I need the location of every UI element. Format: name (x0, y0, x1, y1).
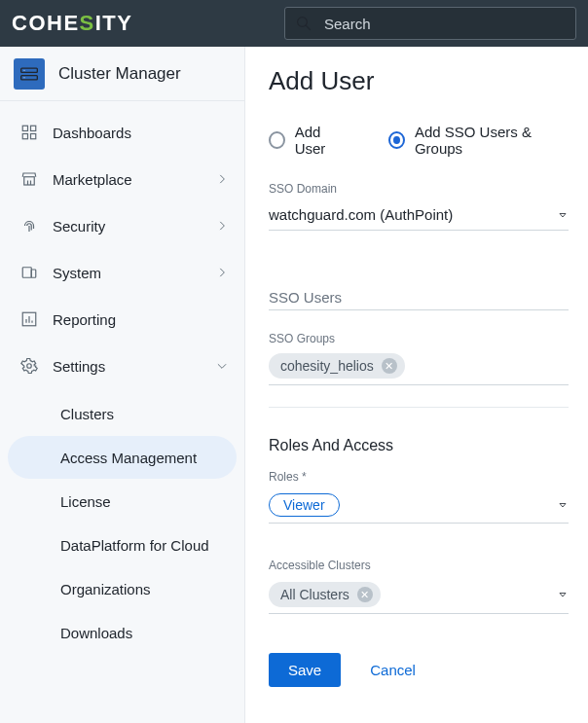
search-input[interactable] (322, 15, 566, 33)
chip-remove-icon[interactable]: ✕ (382, 358, 397, 374)
field-accessible-clusters: Accessible Clusters All Clusters ✕ (269, 559, 569, 614)
select-value: watchguard.com (AuthPoint) (269, 206, 557, 223)
sidebar: Cluster Manager Dashboards Marketplace (0, 47, 245, 723)
svg-point-19 (27, 364, 32, 369)
devices-icon (19, 263, 39, 282)
field-roles: Roles * Viewer (269, 470, 569, 524)
brand-logo: COHESITY (12, 11, 132, 36)
gear-icon (19, 356, 39, 376)
sub-item-license[interactable]: License (8, 480, 237, 523)
reporting-icon (19, 309, 39, 329)
field-label: SSO Groups (269, 332, 569, 345)
sub-item-dataplatform-cloud[interactable]: DataPlatform for Cloud (8, 524, 237, 566)
field-sso-groups: SSO Groups cohesity_helios ✕ (269, 332, 569, 385)
cluster-chip: All Clusters ✕ (269, 582, 381, 607)
sidebar-item-label: Settings (53, 358, 105, 375)
sidebar-item-label: Reporting (53, 311, 116, 328)
topbar: COHESITY (0, 0, 588, 47)
sub-item-access-management[interactable]: Access Management (8, 436, 237, 479)
sub-item-label: Clusters (60, 406, 114, 422)
brand-prefix: COHE (12, 11, 80, 36)
chip-label: All Clusters (280, 587, 349, 602)
radio-indicator (269, 131, 285, 149)
save-button[interactable]: Save (269, 653, 341, 687)
sidebar-item-dashboards[interactable]: Dashboards (0, 109, 244, 156)
field-sso-domain: SSO Domain watchguard.com (AuthPoint) (269, 182, 569, 231)
svg-rect-9 (31, 134, 36, 139)
brand-suffix: ITY (95, 11, 133, 36)
svg-rect-8 (22, 134, 27, 139)
search-icon (295, 15, 312, 32)
svg-rect-2 (21, 68, 38, 72)
sub-item-label: Organizations (60, 581, 151, 597)
svg-rect-3 (21, 75, 38, 79)
radio-indicator (388, 131, 405, 149)
sidebar-item-system[interactable]: System (0, 249, 244, 296)
svg-point-4 (24, 69, 25, 70)
roles-select[interactable]: Viewer (269, 488, 569, 524)
settings-submenu: Clusters Access Management License DataP… (0, 389, 244, 661)
chip-label: cohesity_helios (280, 358, 374, 374)
svg-rect-10 (24, 177, 35, 185)
marketplace-icon (19, 169, 39, 189)
form-footer: Save Cancel (269, 653, 569, 687)
role-chip: Viewer (269, 493, 340, 517)
radio-add-sso[interactable]: Add SSO Users & Groups (388, 124, 569, 157)
svg-rect-14 (31, 270, 36, 277)
search-box[interactable] (284, 7, 576, 40)
svg-marker-21 (560, 504, 566, 508)
main-panel: Add User Add User Add SSO Users & Groups… (245, 47, 588, 723)
user-type-radio-group: Add User Add SSO Users & Groups (269, 124, 569, 157)
sidebar-item-label: Security (53, 218, 105, 235)
sidebar-item-settings[interactable]: Settings (0, 343, 244, 389)
field-label: SSO Domain (269, 182, 569, 196)
sidebar-item-security[interactable]: Security (0, 202, 244, 249)
roles-section-title: Roles And Access (269, 437, 569, 454)
chevron-right-icon (215, 172, 229, 186)
dashboards-icon (19, 123, 39, 142)
svg-rect-7 (31, 126, 36, 130)
clusters-select[interactable]: All Clusters ✕ (269, 576, 569, 614)
chevron-down-icon (215, 359, 229, 373)
chip-sso-group: cohesity_helios ✕ (269, 353, 405, 379)
section-divider (269, 407, 569, 408)
sidebar-item-label: Dashboards (53, 125, 131, 141)
sub-item-clusters[interactable]: Clusters (8, 392, 237, 435)
cancel-button[interactable]: Cancel (364, 661, 422, 679)
sso-groups-input[interactable]: cohesity_helios ✕ (269, 349, 569, 385)
sub-item-label: Access Management (60, 450, 197, 466)
svg-point-5 (24, 77, 25, 78)
caret-down-icon (557, 209, 569, 221)
sidebar-header: Cluster Manager (0, 47, 244, 101)
sidebar-item-label: Marketplace (53, 171, 132, 188)
sidebar-item-marketplace[interactable]: Marketplace (0, 156, 244, 202)
sidebar-title: Cluster Manager (58, 64, 181, 84)
chip-remove-icon[interactable]: ✕ (357, 587, 373, 602)
svg-marker-20 (560, 213, 566, 217)
sub-item-organizations[interactable]: Organizations (8, 567, 237, 610)
page-title: Add User (269, 66, 569, 96)
chip-label: Viewer (283, 497, 325, 513)
svg-point-0 (298, 18, 308, 27)
sub-item-label: DataPlatform for Cloud (60, 537, 209, 554)
sidebar-item-label: System (53, 265, 101, 281)
svg-marker-22 (560, 594, 566, 597)
svg-rect-6 (22, 126, 27, 130)
sub-item-downloads[interactable]: Downloads (8, 611, 237, 654)
sidebar-nav: Dashboards Marketplace Security (0, 101, 244, 661)
svg-line-1 (306, 25, 311, 30)
caret-down-icon (557, 589, 569, 600)
sso-users-input[interactable]: SSO Users (269, 277, 569, 310)
radio-label: Add SSO Users & Groups (415, 124, 569, 157)
field-sso-users: SSO Users (269, 277, 569, 310)
caret-down-icon (557, 499, 569, 511)
field-label: Accessible Clusters (269, 559, 569, 572)
sso-domain-select[interactable]: watchguard.com (AuthPoint) (269, 199, 569, 231)
sidebar-item-reporting[interactable]: Reporting (0, 296, 244, 343)
chevron-right-icon (215, 219, 229, 233)
brand-green: S (80, 11, 95, 36)
sub-item-label: License (60, 493, 111, 510)
svg-rect-13 (22, 268, 31, 278)
sub-item-label: Downloads (60, 625, 132, 641)
radio-add-user[interactable]: Add User (269, 124, 349, 157)
